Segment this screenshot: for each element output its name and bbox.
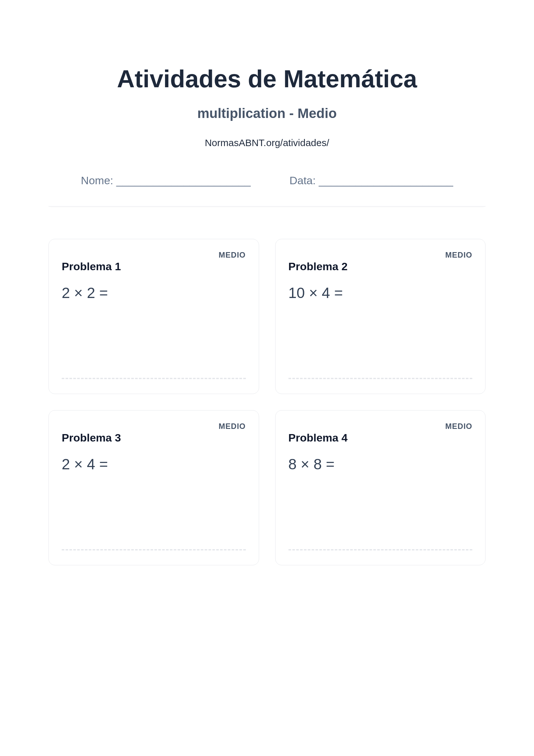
- difficulty-badge: MEDIO: [445, 251, 472, 259]
- problem-card: MEDIO Problema 1 2 × 2 =: [48, 239, 259, 394]
- problem-expression: 8 × 8 =: [289, 455, 472, 473]
- problem-expression: 2 × 2 =: [62, 284, 246, 302]
- problem-expression: 10 × 4 =: [289, 284, 472, 302]
- problem-expression: 2 × 4 =: [62, 455, 246, 473]
- difficulty-badge: MEDIO: [219, 251, 246, 259]
- worksheet-header: Atividades de Matemática multiplication …: [48, 65, 486, 206]
- answer-line: [289, 378, 472, 379]
- student-info-row: Nome: ______________________ Data: _____…: [48, 174, 486, 187]
- problem-card: MEDIO Problema 3 2 × 4 =: [48, 410, 259, 565]
- problem-title: Problema 3: [62, 431, 246, 444]
- page-title: Atividades de Matemática: [48, 65, 486, 93]
- answer-line: [62, 549, 246, 551]
- answer-line: [289, 549, 472, 551]
- name-field-label: Nome: ______________________: [81, 174, 251, 187]
- problem-title: Problema 1: [62, 260, 246, 273]
- page-subtitle: multiplication - Medio: [48, 106, 486, 121]
- problem-card: MEDIO Problema 4 8 × 8 =: [275, 410, 486, 565]
- answer-line: [62, 378, 246, 379]
- source-url: NormasABNT.org/atividades/: [48, 137, 486, 148]
- problems-grid: MEDIO Problema 1 2 × 2 = MEDIO Problema …: [48, 239, 486, 565]
- difficulty-badge: MEDIO: [219, 422, 246, 431]
- problem-title: Problema 4: [289, 431, 472, 444]
- difficulty-badge: MEDIO: [445, 422, 472, 431]
- date-field-label: Data: ______________________: [290, 174, 453, 187]
- problem-title: Problema 2: [289, 260, 472, 273]
- problem-card: MEDIO Problema 2 10 × 4 =: [275, 239, 486, 394]
